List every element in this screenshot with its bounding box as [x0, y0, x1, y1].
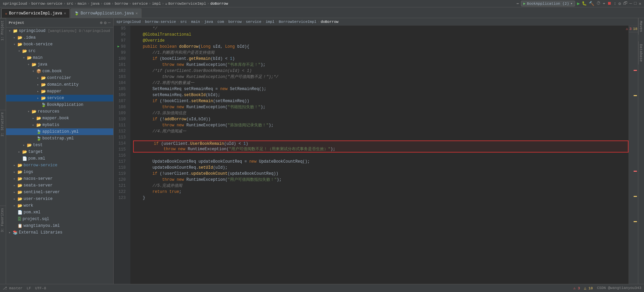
tree-item-logs[interactable]: ▸ 📂 logs	[6, 169, 113, 175]
tree-item-pom-book[interactable]: 📄 pom.xml	[6, 155, 113, 162]
status-bar: ⎇ master LF UTF-8 ⚠ 3 △ 18 CSDN @wangtia…	[0, 284, 644, 292]
profile-icon[interactable]: ⏱	[596, 1, 601, 6]
tree-item-service[interactable]: ▸ 📂 service	[6, 95, 113, 101]
debug-button[interactable]: 🐛	[582, 1, 587, 6]
gutter-run-icon[interactable]: ▶	[118, 44, 120, 50]
ln-108: 108	[114, 104, 128, 110]
tree-item-domain[interactable]: ▸ 📂 domain.entity	[6, 81, 113, 88]
tree-item-java[interactable]: ▾ 📂 java	[6, 61, 113, 68]
close-icon[interactable]: ✕	[639, 1, 641, 6]
bc-com[interactable]: com	[217, 20, 224, 24]
navigate-back-icon[interactable]: ⬅	[516, 1, 519, 6]
tree-item-root[interactable]: ▾ 📁 springcloud [wangtianyou] D:\springc…	[6, 28, 113, 34]
tree-item-sentinel[interactable]: ▸ 📂 sentinel-server	[6, 189, 113, 196]
bc-impl[interactable]: impl	[266, 20, 274, 24]
tree-item-seata[interactable]: ▸ 📂 seata-server	[6, 182, 113, 189]
sep1: ›	[28, 2, 31, 6]
minimize-icon[interactable]: —	[630, 1, 632, 6]
tb-src[interactable]: src	[67, 2, 73, 6]
tree-item-project-sql[interactable]: 🗄 project.sql	[6, 216, 113, 222]
tree-item-work[interactable]: ▸ 📂 work	[6, 202, 113, 209]
settings-icon[interactable]: ⚙	[618, 1, 621, 6]
bc-method[interactable]: doBorrow	[321, 20, 338, 24]
tb-borrow[interactable]: borrow	[115, 2, 128, 6]
project-tab[interactable]: 1: Project	[0, 18, 6, 43]
bc-springcloud[interactable]: springcloud	[116, 20, 141, 24]
run-config[interactable]: ▶ BookApplication (2) ▾	[521, 1, 575, 6]
maven-tab[interactable]: Maven	[638, 18, 644, 35]
tab-borrow-service-impl[interactable]: ☕ BorrowServiceImpl.java ✕	[1, 8, 70, 18]
tree-item-src[interactable]: ▾ 📂 src	[6, 48, 113, 54]
mapper-icon: 📂	[41, 89, 46, 94]
bc-borrow-service[interactable]: borrow-service	[145, 20, 176, 24]
tree-item-iml[interactable]: 📋 wangtianyou.iml	[6, 222, 113, 229]
status-utf8[interactable]: UTF-8	[35, 286, 46, 290]
bc-main[interactable]: main	[191, 20, 200, 24]
book-folder-icon: 📂	[17, 42, 23, 47]
tb-method[interactable]: doBorrow	[210, 2, 228, 6]
bc-borrow[interactable]: borrow	[228, 20, 242, 24]
tree-item-nacos[interactable]: ▸ 📂 nacos-server	[6, 175, 113, 182]
tb-java[interactable]: java	[91, 2, 99, 6]
ln-117: 117	[114, 159, 128, 165]
tb-springcloud[interactable]: springcloud	[3, 2, 27, 6]
tree-item-idea[interactable]: ▸ 📂 .idea	[6, 34, 113, 41]
bc-service[interactable]: service	[246, 20, 261, 24]
status-lf[interactable]: LF	[27, 286, 31, 290]
tab-close-app[interactable]: ✕	[135, 11, 138, 15]
tree-item-app-yml[interactable]: 🍃 application.yml	[6, 128, 113, 135]
code-line-110: if (!addBorrow(uId,bId))	[133, 116, 629, 122]
tree-item-user-service[interactable]: ▸ 📂 user-service	[6, 196, 113, 202]
panel-icon-collapse[interactable]: —	[108, 20, 111, 26]
tab-label-app: BorrowApplication.java	[81, 11, 134, 16]
tree-item-mapper[interactable]: ▸ 📂 mapper	[6, 88, 113, 95]
tree-item-pom-root[interactable]: 📄 pom.xml	[6, 209, 113, 216]
build-icon[interactable]: 🔨	[589, 1, 594, 6]
tree-item-bootstrap-yml[interactable]: 🍃 bootstrap.yml	[6, 135, 113, 142]
ln-103: 103	[114, 74, 128, 80]
tb-impl[interactable]: impl	[152, 2, 161, 6]
code-lines[interactable]: */ @GlobalTransactional @Override public…	[130, 26, 629, 284]
tree-item-mybatis[interactable]: ▸ 📂 mybatis	[6, 122, 113, 128]
run-button[interactable]: ▶	[577, 1, 580, 6]
java-label: java	[38, 62, 47, 67]
tb-main[interactable]: main	[78, 2, 86, 6]
maximize-icon[interactable]: □	[634, 1, 637, 6]
panel-icon-scope[interactable]: ⊕	[100, 20, 103, 26]
tb-borrow-service[interactable]: borrow-service	[31, 2, 62, 6]
tree-item-book-service[interactable]: ▾ 📂 book-service	[6, 41, 113, 48]
tree-item-resources[interactable]: ▾ 📂 resources	[6, 108, 113, 115]
tree-item-book-app[interactable]: 🍃 BookApplication	[6, 101, 113, 108]
status-git[interactable]: ⎇ master	[3, 286, 23, 290]
code-line-109: //3.添加借阅信息	[133, 110, 629, 116]
bc-class[interactable]: BorrowServiceImpl	[279, 20, 316, 24]
tb-class[interactable]: BorrowServiceImpl	[168, 2, 206, 6]
tree-item-mapper-book[interactable]: ▸ 📂 mapper.book	[6, 115, 113, 122]
tb-com[interactable]: com	[104, 2, 111, 6]
coverage-icon[interactable]: ☂	[603, 1, 605, 6]
database-tab[interactable]: Database	[638, 41, 644, 65]
run-config-dropdown-icon[interactable]: ▾	[570, 1, 573, 6]
tree-item-controller[interactable]: ▸ 📂 controller	[6, 75, 113, 81]
tree-item-borrow-service[interactable]: ▸ 📂 borrow-service	[6, 162, 113, 169]
structure-tab[interactable]: 2: Structure	[0, 110, 6, 138]
ln-113: 113	[114, 134, 128, 140]
bc-java[interactable]: java	[204, 20, 213, 24]
tab-close-borrow[interactable]: ✕	[64, 11, 66, 15]
tree-item-com-book[interactable]: ▾ 📦 com.book	[6, 68, 113, 75]
tree-item-main[interactable]: ▾ 📂 main	[6, 54, 113, 61]
vcs-icon[interactable]: ↕	[614, 1, 616, 6]
stop-icon[interactable]: ⏹	[607, 1, 612, 6]
bc-src[interactable]: src	[180, 20, 187, 24]
tree-item-test[interactable]: ▸ 📂 test	[6, 142, 113, 149]
panel-icon-gear[interactable]: ⚙	[104, 20, 107, 26]
tb-service[interactable]: service	[132, 2, 148, 6]
favorites-tab[interactable]: 3: Favorites	[0, 206, 6, 234]
tree-item-target[interactable]: ▸ 📂 target	[6, 149, 113, 155]
status-warnings: △ 18	[584, 286, 593, 290]
sentinel-label: sentinel-server	[24, 190, 60, 195]
ln-99: 99	[114, 50, 128, 56]
tab-borrow-application[interactable]: 🍃 BorrowApplication.java ✕	[71, 8, 142, 18]
window-icon[interactable]: 🗗	[623, 1, 628, 6]
tree-item-ext-libs[interactable]: ▸ 📚 External Libraries	[6, 229, 113, 236]
